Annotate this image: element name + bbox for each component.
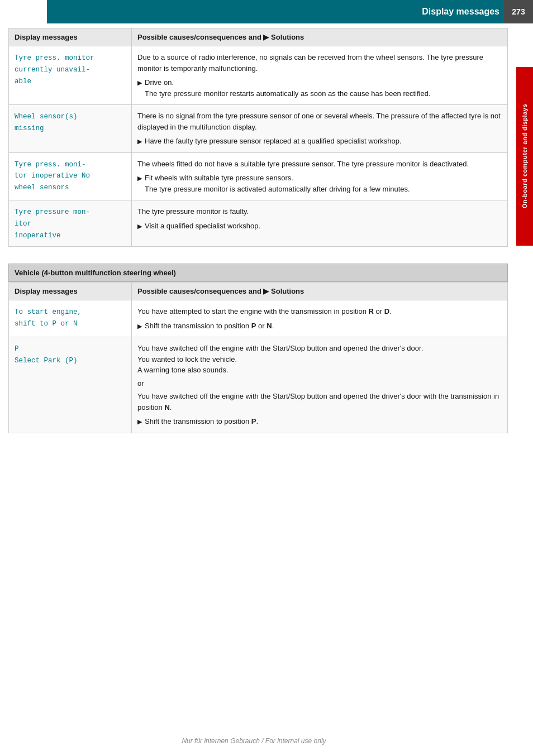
table2-col1-header: Display messages	[9, 283, 132, 300]
table1-col1-header: Display messages	[9, 28, 132, 46]
display-message-cell: Tyre press. moni- tor inoperative No whe…	[9, 152, 132, 200]
description-text: There is no signal from the tyre pressur…	[137, 111, 502, 132]
bullet-item: ▶Visit a qualified specialist workshop.	[137, 221, 502, 232]
bullet-arrow-icon: ▶	[137, 137, 142, 146]
code-text: Tyre press. monitor currently unavail- a…	[15, 54, 94, 85]
display-message-cell: Wheel sensor(s) missing	[9, 105, 132, 153]
header-bar: Display messages	[47, 0, 533, 23]
description-text: You have attempted to start the engine w…	[137, 306, 502, 317]
display-message-cell: P Select Park (P)	[9, 337, 132, 433]
code-text: P Select Park (P)	[15, 345, 78, 365]
bullet-arrow-icon: ▶	[137, 417, 142, 427]
code-text: To start engine, shift to P or N	[15, 308, 82, 328]
description-cell: You have attempted to start the engine w…	[132, 300, 508, 337]
code-text: Tyre press. moni- tor inoperative No whe…	[15, 161, 90, 192]
table-row: Wheel sensor(s) missingThere is no signa…	[9, 105, 508, 153]
description-cell: There is no signal from the tyre pressur…	[132, 105, 508, 153]
page-number-box: 273	[504, 0, 533, 23]
bullet-arrow-icon: ▶	[137, 222, 142, 231]
footer: Nur für internen Gebrauch / For internal…	[0, 737, 508, 745]
table-row: P Select Park (P)You have switched off t…	[9, 337, 508, 433]
code-text: Wheel sensor(s) missing	[15, 113, 78, 132]
bullet-item: ▶Shift the transmission to position P.	[137, 416, 502, 427]
description-cell: Due to a source of radio interference, n…	[132, 46, 508, 105]
bullet-item: ▶Fit wheels with suitable tyre pressure …	[137, 173, 502, 194]
table-row: To start engine, shift to P or NYou have…	[9, 300, 508, 337]
description-text: The wheels fitted do not have a suitable…	[137, 159, 502, 170]
description-text: Due to a source of radio interference, n…	[137, 52, 502, 74]
side-tab: On-board computer and displays	[516, 67, 533, 246]
bullet-item: ▶Drive on. The tyre pressure monitor res…	[137, 77, 502, 99]
display-message-cell: Tyre pressure mon- itor inoperative	[9, 200, 132, 247]
header-title: Display messages	[422, 7, 499, 17]
bullet-arrow-icon: ▶	[137, 78, 142, 88]
description-text: or	[137, 378, 502, 389]
table-row: Tyre press. monitor currently unavail- a…	[9, 46, 508, 105]
description-text: You wanted to lock the vehicle.	[137, 354, 502, 365]
table-row: Tyre pressure mon- itor inoperativeThe t…	[9, 200, 508, 247]
footer-text: Nur für internen Gebrauch / For internal…	[182, 737, 326, 745]
bullet-arrow-icon: ▶	[137, 322, 142, 331]
bullet-arrow-icon: ▶	[137, 174, 142, 183]
description-cell: The tyre pressure monitor is faulty.▶Vis…	[132, 200, 508, 247]
table2: Display messages Possible causes/consequ…	[8, 282, 508, 433]
section2-header: Vehicle (4-button multifunction steering…	[8, 264, 508, 282]
main-content: Display messages Possible causes/consequ…	[8, 28, 508, 484]
side-tab-text: On-board computer and displays	[521, 104, 528, 208]
bullet-item: ▶Have the faulty tyre pressure sensor re…	[137, 136, 502, 147]
display-message-cell: Tyre press. monitor currently unavail- a…	[9, 46, 132, 105]
code-text: Tyre pressure mon- itor inoperative	[15, 208, 90, 240]
bullet-text: Shift the transmission to position P.	[145, 416, 258, 427]
bullet-item: ▶Shift the transmission to position P or…	[137, 320, 502, 332]
bullet-text: Shift the transmission to position P or …	[145, 320, 274, 332]
description-text: The tyre pressure monitor is faulty.	[137, 206, 502, 217]
description-cell: The wheels fitted do not have a suitable…	[132, 152, 508, 200]
description-cell: You have switched off the engine with th…	[132, 337, 508, 433]
bullet-text: Fit wheels with suitable tyre pressure s…	[145, 173, 410, 194]
display-message-cell: To start engine, shift to P or N	[9, 300, 132, 337]
table2-col2-header: Possible causes/consequences and ▶ Solut…	[132, 283, 508, 300]
table1: Display messages Possible causes/consequ…	[8, 28, 508, 247]
bullet-text: Have the faulty tyre pressure sensor rep…	[145, 136, 402, 147]
description-text: A warning tone also sounds.	[137, 365, 502, 376]
bullet-text: Visit a qualified specialist workshop.	[145, 221, 260, 232]
page-number: 273	[512, 7, 525, 16]
table1-col2-header: Possible causes/consequences and ▶ Solut…	[132, 28, 508, 46]
description-text: You have switched off the engine with th…	[137, 343, 502, 354]
table-row: Tyre press. moni- tor inoperative No whe…	[9, 152, 508, 200]
description-text: You have switched off the engine with th…	[137, 391, 502, 413]
bullet-text: Drive on. The tyre pressure monitor rest…	[145, 77, 431, 99]
